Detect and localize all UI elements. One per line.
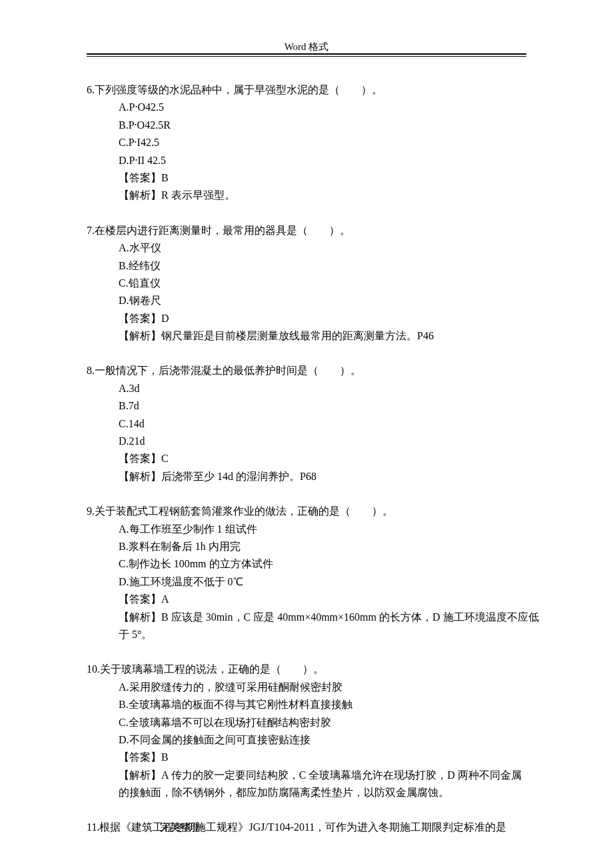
option-a: A.3d xyxy=(87,380,546,397)
option-d: D.施工环境温度不低于 0℃ xyxy=(87,573,546,591)
question-stem: 7.在楼层内进行距离测量时，最常用的器具是（ ）。 xyxy=(87,222,546,239)
option-d: D.钢卷尺 xyxy=(87,292,546,309)
explanation: 【解析】后浇带至少 14d 的湿润养护。P68 xyxy=(87,468,546,485)
explanation: 【解析】A 传力的胶一定要同结构胶，C 全玻璃幕墙允许在现场打胶，D 两种不同金… xyxy=(87,767,546,784)
option-c: C.全玻璃幕墙不可以在现场打硅酮结构密封胶 xyxy=(87,714,546,731)
option-c: C.铅直仪 xyxy=(87,275,546,292)
answer: 【答案】B xyxy=(87,749,546,766)
question-stem: 11.根据《建筑工程冬期施工规程》JGJ/T104-2011，可作为进入冬期施工… xyxy=(87,819,546,836)
option-b: B.P·O42.5R xyxy=(87,117,546,134)
option-c: C.14d xyxy=(87,415,546,433)
question-stem: 6.下列强度等级的水泥品种中，属于早强型水泥的是（ ）。 xyxy=(87,81,546,99)
option-d: D.21d xyxy=(87,433,546,450)
option-a: A.每工作班至少制作 1 组试件 xyxy=(87,521,546,538)
option-b: B.经纬仪 xyxy=(87,257,546,275)
question-8: 8.一般情况下，后浇带混凝土的最低养护时间是（ ）。 A.3d B.7d C.1… xyxy=(87,362,546,485)
option-b: B.全玻璃幕墙的板面不得与其它刚性材料直接接触 xyxy=(87,696,546,713)
question-11: 11.根据《建筑工程冬期施工规程》JGJ/T104-2011，可作为进入冬期施工… xyxy=(87,819,546,836)
option-a: A.采用胶缝传力的，胶缝可采用硅酮耐候密封胶 xyxy=(87,679,546,696)
explanation: 【解析】B 应该是 30min，C 应是 40mm×40mm×160mm 的长方… xyxy=(87,609,546,626)
answer: 【答案】B xyxy=(87,169,546,187)
question-6: 6.下列强度等级的水泥品种中，属于早强型水泥的是（ ）。 A.P·O42.5 B… xyxy=(87,81,546,205)
answer: 【答案】D xyxy=(87,310,546,327)
option-d: D.不同金属的接触面之间可直接密贴连接 xyxy=(87,731,546,749)
explanation: 【解析】R 表示早强型。 xyxy=(87,187,546,204)
answer: 【答案】C xyxy=(87,450,546,467)
option-a: A.P·O42.5 xyxy=(87,99,546,116)
question-10: 10.关于玻璃幕墙工程的说法，正确的是（ ）。 A.采用胶缝传力的，胶缝可采用硅… xyxy=(87,661,546,801)
question-stem: 9.关于装配式工程钢筋套筒灌浆作业的做法，正确的是（ ）。 xyxy=(87,503,546,520)
content-area: 6.下列强度等级的水泥品种中，属于早强型水泥的是（ ）。 A.P·O42.5 B… xyxy=(87,81,546,854)
option-b: B.7d xyxy=(87,397,546,415)
explanation: 【解析】钢尺量距是目前楼层测量放线最常用的距离测量方法。P46 xyxy=(87,327,546,345)
answer: 【答案】A xyxy=(87,591,546,608)
question-7: 7.在楼层内进行距离测量时，最常用的器具是（ ）。 A.水平仪 B.经纬仪 C.… xyxy=(87,222,546,345)
explanation-cont: 的接触面，除不锈钢外，都应加防腐隔离柔性垫片，以防双金属腐蚀。 xyxy=(87,784,546,801)
option-c: C.P·I42.5 xyxy=(87,134,546,151)
question-stem: 8.一般情况下，后浇带混凝土的最低养护时间是（ ）。 xyxy=(87,362,546,379)
page-footer: 完美整理 xyxy=(160,819,200,836)
page: Word 格式 6.下列强度等级的水泥品种中，属于早强型水泥的是（ ）。 A.P… xyxy=(0,0,613,868)
option-d: D.P·II 42.5 xyxy=(87,152,546,169)
option-b: B.浆料在制备后 1h 内用完 xyxy=(87,538,546,555)
option-c: C.制作边长 100mm 的立方体试件 xyxy=(87,555,546,573)
question-stem: 10.关于玻璃幕墙工程的说法，正确的是（ ）。 xyxy=(87,661,546,678)
header-rule xyxy=(87,53,526,57)
explanation-cont: 于 5°。 xyxy=(87,626,546,643)
option-a: A.水平仪 xyxy=(87,239,546,257)
question-9: 9.关于装配式工程钢筋套筒灌浆作业的做法，正确的是（ ）。 A.每工作班至少制作… xyxy=(87,503,546,643)
